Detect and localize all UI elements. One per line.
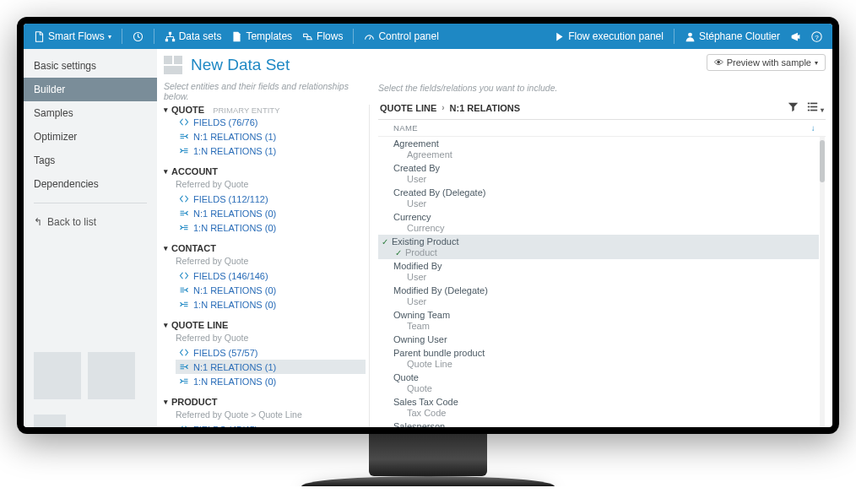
relation-row[interactable]: Existing ProductProduct: [378, 235, 819, 259]
n1-icon: [179, 361, 189, 372]
relation-row[interactable]: Parent bundle productQuote Line: [378, 346, 819, 371]
relation-row[interactable]: Owning User: [378, 333, 819, 346]
tree-leaf-1n[interactable]: 1:N RELATIONS (0): [176, 374, 366, 388]
nav-data-sets-label: Data sets: [179, 30, 222, 42]
sidebar-item-tags[interactable]: Tags: [24, 149, 157, 172]
column-name-label: NAME: [393, 123, 418, 133]
nav-data-sets[interactable]: Data sets: [161, 30, 225, 42]
list-options-icon[interactable]: ▾: [807, 101, 824, 114]
relation-row[interactable]: CurrencyCurrency: [378, 210, 819, 235]
tree-leaf-1n[interactable]: 1:N RELATIONS (1): [176, 144, 366, 158]
nav-flows-label: Flows: [317, 30, 343, 42]
relation-row[interactable]: AgreementAgreement: [378, 137, 819, 161]
sidebar-item-samples[interactable]: Samples: [24, 101, 157, 125]
1n-icon: [179, 222, 189, 233]
tree-leaf-n1[interactable]: N:1 RELATIONS (1): [176, 129, 366, 144]
filter-icon[interactable]: [788, 101, 799, 114]
announcements-button[interactable]: [787, 31, 805, 42]
tree-leaf-fields[interactable]: FIELDS (112/112): [176, 192, 366, 206]
relation-row[interactable]: Sales Tax CodeTax Code: [378, 395, 819, 420]
history-button[interactable]: [129, 31, 147, 42]
column-header[interactable]: NAME ↓: [378, 120, 826, 137]
nav-templates-label: Templates: [246, 30, 292, 42]
svg-rect-10: [810, 106, 817, 108]
breadcrumb-section: N:1 RELATIONS: [450, 103, 521, 113]
brand-label: Smart Flows: [48, 30, 105, 42]
fields-icon: [179, 270, 189, 281]
tree-leaf-fields[interactable]: FIELDS (146/146): [176, 268, 366, 283]
caret-down-icon: ▾: [164, 321, 168, 329]
svg-rect-1: [169, 31, 171, 34]
nav-control-panel[interactable]: Control panel: [360, 30, 442, 42]
relation-row[interactable]: Owning TeamTeam: [378, 308, 819, 333]
referred-by-label: Referred by Quote: [176, 179, 366, 189]
question-icon: ?: [811, 31, 822, 42]
flow-exec-label: Flow execution panel: [568, 30, 664, 42]
svg-rect-7: [808, 103, 810, 105]
relation-row[interactable]: Modified ByUser: [378, 259, 819, 284]
tree-leaf-1n[interactable]: 1:N RELATIONS (0): [176, 220, 366, 235]
sort-arrow-icon: ↓: [811, 123, 815, 133]
help-button[interactable]: ?: [808, 31, 826, 42]
fields-icon: [179, 193, 189, 204]
tree-leaf-n1[interactable]: N:1 RELATIONS (0): [176, 206, 366, 220]
sidebar-item-optimizer[interactable]: Optimizer: [24, 125, 157, 149]
entity-account[interactable]: ▾ACCOUNT: [164, 166, 366, 176]
sidebar-item-dependencies[interactable]: Dependencies: [24, 172, 157, 196]
entity-contact[interactable]: ▾CONTACT: [164, 243, 366, 253]
nav-flows[interactable]: Flows: [299, 30, 346, 42]
tree-leaf-fields[interactable]: FIELDS (45/45): [176, 422, 366, 427]
sidebar-placeholder: [24, 352, 157, 427]
preview-button-label: Preview with sample: [727, 57, 811, 68]
user-name-label: Stéphane Cloutier: [699, 30, 780, 42]
data-set-icon: [164, 56, 182, 74]
eye-icon: 👁: [714, 57, 723, 68]
back-to-list[interactable]: ↰ Back to list: [24, 210, 157, 234]
brand[interactable]: Smart Flows ▾: [30, 30, 115, 42]
relation-row[interactable]: Modified By (Delegate)User: [378, 284, 819, 308]
referred-by-label: Referred by Quote > Quote Line: [176, 409, 366, 420]
nav-templates[interactable]: Templates: [228, 30, 295, 42]
megaphone-icon: [790, 31, 801, 42]
left-sidebar: Basic settingsBuilderSamplesOptimizerTag…: [24, 49, 157, 427]
1n-icon: [179, 299, 189, 310]
user-icon: [685, 31, 696, 42]
page-title: New Data Set: [191, 56, 290, 74]
referred-by-label: Referred by Quote: [176, 333, 366, 343]
gauge-icon: [364, 31, 375, 42]
entity-product[interactable]: ▾PRODUCT: [164, 397, 366, 407]
chevron-down-icon: ▾: [108, 33, 111, 41]
caret-down-icon: ▾: [164, 244, 168, 252]
relation-row[interactable]: Created By (Delegate)User: [378, 186, 819, 210]
document-icon: [34, 31, 45, 42]
sidebar-item-basic-settings[interactable]: Basic settings: [24, 54, 157, 78]
entity-quote-line[interactable]: ▾QUOTE LINE: [164, 320, 366, 330]
entity-quote[interactable]: ▾QUOTEPRIMARY ENTITY: [164, 105, 366, 115]
relation-row[interactable]: Created ByUser: [378, 161, 819, 186]
svg-rect-8: [810, 103, 817, 105]
relation-breadcrumb: QUOTE LINE › N:1 RELATIONS ▾: [378, 96, 826, 120]
tree-leaf-fields[interactable]: FIELDS (57/57): [176, 345, 366, 360]
tree-icon: [165, 31, 176, 42]
fields-icon: [179, 347, 189, 358]
n1-icon: [179, 131, 189, 142]
tree-leaf-n1[interactable]: N:1 RELATIONS (0): [176, 283, 366, 297]
tree-leaf-fields[interactable]: FIELDS (76/76): [176, 115, 366, 129]
tree-leaf-n1[interactable]: N:1 RELATIONS (1): [176, 360, 366, 374]
relation-row[interactable]: QuoteQuote: [378, 371, 819, 395]
flow-execution-panel[interactable]: Flow execution panel: [550, 30, 667, 42]
svg-point-4: [688, 32, 692, 36]
relation-row[interactable]: SalespersonUser: [378, 420, 819, 427]
svg-rect-12: [810, 110, 817, 111]
right-hint: Select the fields/relations you want to …: [378, 83, 826, 93]
preview-with-sample-button[interactable]: 👁 Preview with sample ▾: [707, 54, 826, 71]
nav-control-panel-label: Control panel: [378, 30, 438, 42]
scrollbar-thumb[interactable]: [820, 140, 825, 182]
tree-leaf-1n[interactable]: 1:N RELATIONS (0): [176, 297, 366, 312]
play-icon: [554, 31, 565, 42]
caret-down-icon: ▾: [164, 167, 168, 176]
user-menu[interactable]: Stéphane Cloutier: [681, 30, 783, 42]
back-arrow-icon: ↰: [34, 216, 42, 228]
sidebar-item-builder[interactable]: Builder: [24, 78, 157, 101]
file-icon: [231, 31, 242, 42]
